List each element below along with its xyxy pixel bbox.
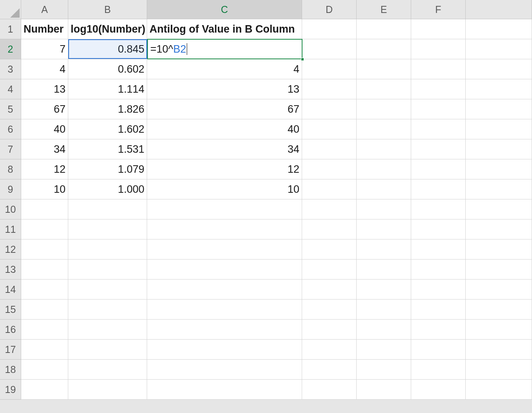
cell-D2[interactable]	[302, 39, 357, 59]
select-all-corner[interactable]	[0, 0, 21, 19]
cell-A13[interactable]	[21, 259, 68, 280]
cell-C18[interactable]	[147, 360, 302, 380]
cell-E3[interactable]	[357, 59, 411, 79]
cell-A3[interactable]: 4	[21, 59, 68, 79]
cell-G8[interactable]	[466, 159, 532, 179]
cell-C11[interactable]	[147, 219, 302, 239]
cell-G18[interactable]	[466, 360, 532, 380]
row-header-10[interactable]: 10	[0, 199, 21, 219]
row-header-19[interactable]: 19	[0, 380, 21, 400]
cell-F12[interactable]	[411, 239, 466, 259]
cell-A2[interactable]: 7	[21, 39, 68, 59]
cell-A14[interactable]	[21, 280, 68, 300]
cell-A9[interactable]: 10	[21, 179, 68, 199]
cell-E4[interactable]	[357, 79, 411, 99]
cell-E10[interactable]	[357, 199, 411, 219]
cell-E18[interactable]	[357, 360, 411, 380]
cell-E5[interactable]	[357, 99, 411, 119]
row-header-13[interactable]: 13	[0, 259, 21, 280]
cell-B13[interactable]	[68, 259, 147, 280]
cell-B7[interactable]: 1.531	[68, 139, 147, 159]
cell-D10[interactable]	[302, 199, 357, 219]
cell-B12[interactable]	[68, 239, 147, 259]
cell-D15[interactable]	[302, 300, 357, 320]
cell-A12[interactable]	[21, 239, 68, 259]
cell-F1[interactable]	[411, 19, 466, 39]
cell-E13[interactable]	[357, 259, 411, 280]
cell-F6[interactable]	[411, 119, 466, 139]
row-header-9[interactable]: 9	[0, 179, 21, 199]
cell-A19[interactable]	[21, 380, 68, 400]
cell-A8[interactable]: 12	[21, 159, 68, 179]
cell-B14[interactable]	[68, 280, 147, 300]
row-header-16[interactable]: 16	[0, 320, 21, 340]
cell-A7[interactable]: 34	[21, 139, 68, 159]
cell-C4[interactable]: 13	[147, 79, 302, 99]
col-header-F[interactable]: F	[411, 0, 466, 19]
cell-D5[interactable]	[302, 99, 357, 119]
cell-G5[interactable]	[466, 99, 532, 119]
cell-G17[interactable]	[466, 340, 532, 360]
cell-G15[interactable]	[466, 300, 532, 320]
cell-B6[interactable]: 1.602	[68, 119, 147, 139]
cell-A17[interactable]	[21, 340, 68, 360]
cell-D17[interactable]	[302, 340, 357, 360]
cell-A15[interactable]	[21, 300, 68, 320]
cell-A4[interactable]: 13	[21, 79, 68, 99]
cell-D6[interactable]	[302, 119, 357, 139]
cell-E9[interactable]	[357, 179, 411, 199]
row-header-12[interactable]: 12	[0, 239, 21, 259]
cell-A16[interactable]	[21, 320, 68, 340]
cell-G4[interactable]	[466, 79, 532, 99]
cell-C10[interactable]	[147, 199, 302, 219]
cell-A11[interactable]	[21, 219, 68, 239]
cell-G3[interactable]	[466, 59, 532, 79]
cell-F4[interactable]	[411, 79, 466, 99]
cell-G16[interactable]	[466, 320, 532, 340]
cell-A6[interactable]: 40	[21, 119, 68, 139]
row-header-1[interactable]: 1	[0, 19, 21, 39]
cell-E14[interactable]	[357, 280, 411, 300]
cell-G19[interactable]	[466, 380, 532, 400]
cell-F15[interactable]	[411, 300, 466, 320]
cell-C15[interactable]	[147, 300, 302, 320]
cell-A18[interactable]	[21, 360, 68, 380]
row-header-7[interactable]: 7	[0, 139, 21, 159]
cell-F3[interactable]	[411, 59, 466, 79]
cell-C16[interactable]	[147, 320, 302, 340]
cell-G10[interactable]	[466, 199, 532, 219]
row-header-18[interactable]: 18	[0, 360, 21, 380]
cell-F2[interactable]	[411, 39, 466, 59]
cell-D1[interactable]	[302, 19, 357, 39]
cell-F19[interactable]	[411, 380, 466, 400]
cell-D18[interactable]	[302, 360, 357, 380]
cell-C12[interactable]	[147, 239, 302, 259]
row-header-3[interactable]: 3	[0, 59, 21, 79]
cell-G14[interactable]	[466, 280, 532, 300]
cell-G6[interactable]	[466, 119, 532, 139]
row-header-2[interactable]: 2	[0, 39, 21, 59]
cell-B3[interactable]: 0.602	[68, 59, 147, 79]
cell-F14[interactable]	[411, 280, 466, 300]
cell-E1[interactable]	[357, 19, 411, 39]
cell-E7[interactable]	[357, 139, 411, 159]
col-header-A[interactable]: A	[21, 0, 68, 19]
col-header-C[interactable]: C	[147, 0, 302, 19]
cell-E17[interactable]	[357, 340, 411, 360]
cell-G13[interactable]	[466, 259, 532, 280]
cell-D19[interactable]	[302, 380, 357, 400]
cell-A10[interactable]	[21, 199, 68, 219]
cell-C3[interactable]: 4	[147, 59, 302, 79]
cell-B19[interactable]	[68, 380, 147, 400]
cell-E12[interactable]	[357, 239, 411, 259]
cell-B18[interactable]	[68, 360, 147, 380]
cell-B1[interactable]: log10(Number)	[68, 19, 147, 39]
cell-D3[interactable]	[302, 59, 357, 79]
cell-G9[interactable]	[466, 179, 532, 199]
cell-B15[interactable]	[68, 300, 147, 320]
cell-C9[interactable]: 10	[147, 179, 302, 199]
cell-B11[interactable]	[68, 219, 147, 239]
col-header-D[interactable]: D	[302, 0, 357, 19]
cell-D14[interactable]	[302, 280, 357, 300]
cell-F13[interactable]	[411, 259, 466, 280]
